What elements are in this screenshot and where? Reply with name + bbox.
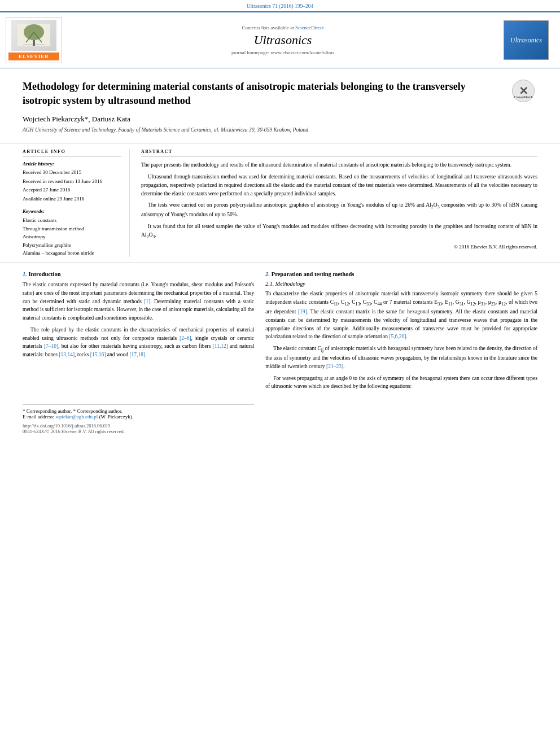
keyword-2: Through-transmission method — [23, 225, 121, 233]
available-date: Available online 29 June 2016 — [23, 195, 121, 203]
abstract-para-3: The tests were carried out on porous pol… — [141, 201, 537, 219]
email-link[interactable]: wpiekar@agh.edu.pl — [55, 414, 98, 420]
intro-section-num: 1. — [23, 271, 27, 277]
received-revised-date: Received in revised form 13 June 2016 — [23, 178, 121, 186]
journal-center: Contents lists available at ScienceDirec… — [62, 25, 504, 55]
journal-logo-right: Ultrasonics — [504, 20, 554, 60]
ref-2-6[interactable]: [2–6] — [180, 335, 191, 341]
ref-17-18[interactable]: [17,18] — [129, 352, 145, 357]
section2-panel: 2. Preparation and testing methods 2.1. … — [265, 271, 537, 434]
intro-title: 1. Introduction — [23, 271, 254, 277]
journal-header: ELSEVIER Contents lists available at Sci… — [0, 11, 560, 68]
subsection-title-text: Methodology — [275, 281, 305, 287]
author-names: Wojciech Piekarczyk*, Dariusz Kata — [23, 115, 130, 123]
article-info-abstract-section: ARTICLE INFO Article history: Received 3… — [0, 143, 560, 263]
email-suffix: (W. Piekarczyk). — [99, 414, 133, 420]
abstract-text: The paper presents the methodology and r… — [141, 161, 537, 241]
article-header: Methodology for determining material con… — [0, 68, 560, 143]
email-label: E-mail address: — [23, 414, 54, 420]
keyword-4: Polycrystalline graphite — [23, 241, 121, 249]
section2-para-1: To characterize the elastic properties o… — [265, 290, 537, 341]
history-subtitle: Article history: — [23, 161, 121, 167]
abstract-para-1: The paper presents the methodology and r… — [141, 161, 537, 169]
abstract-para-2: Ultrasound through-transmission method w… — [141, 173, 537, 198]
ref-5-6-20[interactable]: [5,6,20] — [389, 334, 406, 339]
article-title-text: Methodology for determining material con… — [23, 81, 466, 106]
section2-body: To characterize the elastic properties o… — [265, 290, 537, 391]
doi-text: http://dx.doi.org/10.1016/j.ultras.2016.… — [23, 423, 110, 429]
ref-13-14[interactable]: [13,14] — [59, 352, 75, 357]
journal-title: Ultrasonics — [73, 33, 492, 47]
issn-text: 0041-624X/© 2016 Elsevier B.V. All right… — [23, 429, 254, 434]
ref-21-23[interactable]: [21–23] — [326, 364, 343, 369]
intro-para-2: The role played by the elastic constants… — [23, 326, 254, 359]
section2-para-2: The elastic constant Cij of anisotropic … — [265, 344, 537, 371]
article-affiliation: AGH University of Science and Technology… — [23, 127, 537, 133]
article-authors: Wojciech Piekarczyk*, Dariusz Kata — [23, 115, 537, 124]
section2-num: 2. — [265, 271, 270, 277]
copyright-line: © 2016 Elsevier B.V. All rights reserved… — [141, 244, 537, 250]
section2-title-text: Preparation and testing methods — [272, 271, 355, 277]
section2-para-3: For waves propagating at an angle θ to t… — [265, 374, 537, 391]
contents-line: Contents lists available at ScienceDirec… — [73, 25, 492, 30]
keyword-5: Alumina – hexagonal boron nitride — [23, 249, 121, 257]
article-info-panel: ARTICLE INFO Article history: Received 3… — [23, 149, 130, 257]
crossmark-badge[interactable]: ✕ CrossMark — [512, 80, 537, 105]
section2-title: 2. Preparation and testing methods — [265, 271, 537, 277]
doi-bar: http://dx.doi.org/10.1016/j.ultras.2016.… — [23, 420, 254, 434]
journal-homepage: journal homepage: www.elsevier.com/locat… — [73, 50, 492, 55]
intro-body: The elastic constants expressed by mater… — [23, 281, 254, 359]
intro-section-title-text: Introduction — [29, 271, 61, 277]
keywords-list: Elastic constants Through-transmission m… — [23, 216, 121, 257]
main-content: 1. Introduction The elastic constants ex… — [0, 263, 560, 439]
journal-citation: Ultrasonics 71 (2016) 199–204 — [0, 0, 560, 11]
ref-7-10[interactable]: [7–10] — [44, 343, 58, 349]
article-title: Methodology for determining material con… — [23, 80, 537, 108]
subsection-num: 2.1. — [265, 281, 274, 287]
keyword-1: Elastic constants — [23, 216, 121, 224]
citation-text: Ultrasonics 71 (2016) 199–204 — [247, 3, 313, 9]
keyword-3: Anisotropy — [23, 233, 121, 241]
ref-1[interactable]: [1] — [144, 299, 150, 304]
intro-para-1: The elastic constants expressed by mater… — [23, 281, 254, 322]
intro-section: 1. Introduction The elastic constants ex… — [23, 271, 254, 434]
abstract-title: ABSTRACT — [141, 149, 537, 156]
article-info-title: ARTICLE INFO — [23, 149, 121, 156]
ref-19[interactable]: [19] — [298, 309, 307, 314]
received-date: Received 30 December 2015 — [23, 169, 121, 177]
ref-15-16[interactable]: [15,16] — [90, 352, 106, 357]
subsection2-1-title: 2.1. Methodology — [265, 281, 537, 287]
abstract-para-4: It was found that for all tested samples… — [141, 222, 537, 241]
email-line: E-mail address: wpiekar@agh.edu.pl (W. P… — [23, 414, 254, 420]
ultrasonics-logo: Ultrasonics — [504, 20, 549, 60]
keywords-subtitle: Keywords: — [23, 208, 121, 214]
elsevier-brand: ELSEVIER — [8, 53, 59, 60]
elsevier-logo: ELSEVIER — [6, 17, 62, 63]
corresponding-author-note: * Corresponding author. * Corresponding … — [23, 408, 254, 414]
accepted-date: Accepted 27 June 2016 — [23, 186, 121, 194]
ref-11-12[interactable]: [11,12] — [213, 343, 228, 349]
abstract-panel: ABSTRACT The paper presents the methodol… — [141, 149, 537, 257]
footnote-area: * Corresponding author. * Corresponding … — [23, 404, 254, 420]
sciencedirect-link[interactable]: ScienceDirect — [295, 25, 323, 30]
